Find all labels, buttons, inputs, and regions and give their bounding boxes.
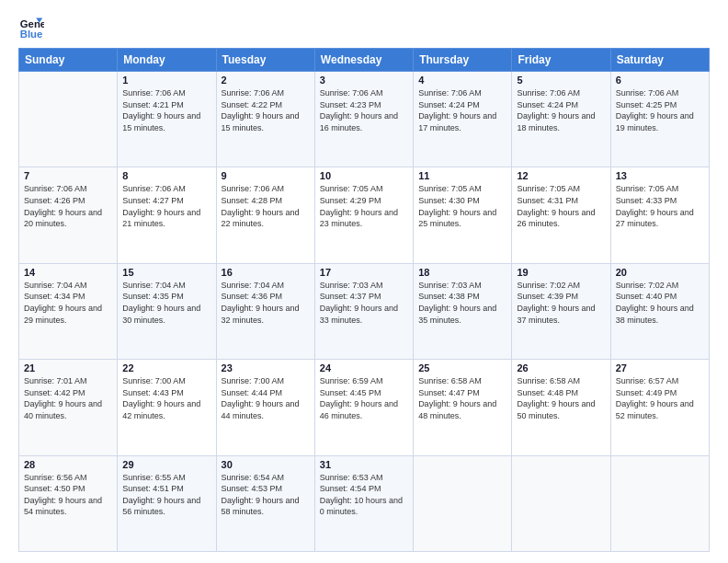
day-number: 3	[320, 75, 408, 86]
calendar-cell: 20Sunrise: 7:02 AMSunset: 4:40 PMDayligh…	[610, 263, 709, 359]
day-info: Sunrise: 7:06 AMSunset: 4:21 PMDaylight:…	[122, 87, 210, 133]
day-number: 20	[616, 267, 704, 278]
day-number: 30	[222, 459, 310, 470]
day-number: 25	[418, 362, 506, 373]
day-number: 10	[320, 170, 408, 181]
day-info: Sunrise: 7:00 AMSunset: 4:44 PMDaylight:…	[222, 375, 310, 421]
day-number: 1	[122, 75, 210, 86]
calendar-cell	[512, 455, 610, 551]
day-info: Sunrise: 7:06 AMSunset: 4:22 PMDaylight:…	[222, 87, 310, 133]
calendar-cell: 5Sunrise: 7:06 AMSunset: 4:24 PMDaylight…	[512, 72, 610, 167]
day-number: 17	[320, 267, 408, 278]
calendar-table: SundayMondayTuesdayWednesdayThursdayFrid…	[18, 48, 710, 552]
week-row-4: 21Sunrise: 7:01 AMSunset: 4:42 PMDayligh…	[19, 360, 710, 455]
week-row-3: 14Sunrise: 7:04 AMSunset: 4:34 PMDayligh…	[19, 263, 710, 359]
day-info: Sunrise: 7:05 AMSunset: 4:29 PMDaylight:…	[320, 183, 408, 229]
calendar-cell: 4Sunrise: 7:06 AMSunset: 4:24 PMDaylight…	[414, 72, 512, 167]
day-number: 28	[24, 459, 112, 470]
calendar-cell: 8Sunrise: 7:06 AMSunset: 4:27 PMDaylight…	[118, 167, 216, 263]
day-number: 6	[616, 75, 704, 86]
day-number: 11	[418, 170, 506, 181]
day-info: Sunrise: 7:01 AMSunset: 4:42 PMDaylight:…	[24, 375, 112, 421]
calendar-cell: 25Sunrise: 6:58 AMSunset: 4:47 PMDayligh…	[414, 360, 512, 455]
day-number: 24	[320, 362, 408, 373]
day-number: 23	[222, 362, 310, 373]
day-info: Sunrise: 7:03 AMSunset: 4:38 PMDaylight:…	[418, 280, 506, 326]
logo-icon: General Blue	[18, 15, 44, 40]
day-info: Sunrise: 6:53 AMSunset: 4:54 PMDaylight:…	[320, 472, 408, 518]
day-number: 5	[517, 75, 605, 86]
day-number: 31	[320, 459, 408, 470]
calendar-cell: 6Sunrise: 7:06 AMSunset: 4:25 PMDaylight…	[610, 72, 709, 167]
calendar-cell: 17Sunrise: 7:03 AMSunset: 4:37 PMDayligh…	[314, 263, 413, 359]
day-info: Sunrise: 7:04 AMSunset: 4:36 PMDaylight:…	[222, 280, 310, 326]
day-info: Sunrise: 7:04 AMSunset: 4:34 PMDaylight:…	[24, 280, 112, 326]
day-number: 19	[517, 267, 605, 278]
day-info: Sunrise: 6:57 AMSunset: 4:49 PMDaylight:…	[616, 375, 704, 421]
day-info: Sunrise: 6:56 AMSunset: 4:50 PMDaylight:…	[24, 472, 112, 518]
day-number: 4	[418, 75, 506, 86]
calendar-cell: 23Sunrise: 7:00 AMSunset: 4:44 PMDayligh…	[216, 360, 314, 455]
day-number: 8	[122, 170, 210, 181]
day-info: Sunrise: 7:06 AMSunset: 4:25 PMDaylight:…	[616, 87, 704, 133]
day-info: Sunrise: 7:06 AMSunset: 4:24 PMDaylight:…	[418, 87, 506, 133]
weekday-header-friday: Friday	[512, 49, 610, 72]
calendar-cell: 2Sunrise: 7:06 AMSunset: 4:22 PMDaylight…	[216, 72, 314, 167]
day-number: 22	[122, 362, 210, 373]
day-number: 9	[222, 170, 310, 181]
svg-text:Blue: Blue	[20, 29, 43, 40]
day-info: Sunrise: 7:05 AMSunset: 4:30 PMDaylight:…	[418, 183, 506, 229]
week-row-1: 1Sunrise: 7:06 AMSunset: 4:21 PMDaylight…	[19, 72, 710, 167]
calendar-cell: 9Sunrise: 7:06 AMSunset: 4:28 PMDaylight…	[216, 167, 314, 263]
day-info: Sunrise: 6:55 AMSunset: 4:51 PMDaylight:…	[122, 472, 210, 518]
calendar-cell	[414, 455, 512, 551]
day-info: Sunrise: 7:05 AMSunset: 4:31 PMDaylight:…	[517, 183, 605, 229]
day-info: Sunrise: 7:02 AMSunset: 4:39 PMDaylight:…	[517, 280, 605, 326]
day-number: 27	[616, 362, 704, 373]
day-number: 13	[616, 170, 704, 181]
calendar-cell	[19, 72, 118, 167]
calendar-cell: 24Sunrise: 6:59 AMSunset: 4:45 PMDayligh…	[314, 360, 413, 455]
calendar-page: General Blue SundayMondayTuesdayWednesda…	[0, 0, 728, 563]
weekday-header-sunday: Sunday	[19, 49, 118, 72]
day-info: Sunrise: 7:06 AMSunset: 4:27 PMDaylight:…	[122, 183, 210, 229]
calendar-cell: 3Sunrise: 7:06 AMSunset: 4:23 PMDaylight…	[314, 72, 413, 167]
day-info: Sunrise: 7:04 AMSunset: 4:35 PMDaylight:…	[122, 280, 210, 326]
calendar-cell: 1Sunrise: 7:06 AMSunset: 4:21 PMDaylight…	[118, 72, 216, 167]
calendar-cell: 21Sunrise: 7:01 AMSunset: 4:42 PMDayligh…	[19, 360, 118, 455]
calendar-cell: 14Sunrise: 7:04 AMSunset: 4:34 PMDayligh…	[19, 263, 118, 359]
calendar-cell: 30Sunrise: 6:54 AMSunset: 4:53 PMDayligh…	[216, 455, 314, 551]
logo: General Blue	[18, 15, 48, 40]
day-info: Sunrise: 6:58 AMSunset: 4:47 PMDaylight:…	[418, 375, 506, 421]
calendar-cell: 19Sunrise: 7:02 AMSunset: 4:39 PMDayligh…	[512, 263, 610, 359]
day-info: Sunrise: 7:06 AMSunset: 4:28 PMDaylight:…	[222, 183, 310, 229]
day-number: 16	[222, 267, 310, 278]
calendar-cell: 28Sunrise: 6:56 AMSunset: 4:50 PMDayligh…	[19, 455, 118, 551]
day-info: Sunrise: 7:05 AMSunset: 4:33 PMDaylight:…	[616, 183, 704, 229]
day-info: Sunrise: 7:06 AMSunset: 4:24 PMDaylight:…	[517, 87, 605, 133]
calendar-cell: 18Sunrise: 7:03 AMSunset: 4:38 PMDayligh…	[414, 263, 512, 359]
calendar-cell: 7Sunrise: 7:06 AMSunset: 4:26 PMDaylight…	[19, 167, 118, 263]
calendar-cell: 10Sunrise: 7:05 AMSunset: 4:29 PMDayligh…	[314, 167, 413, 263]
weekday-header-row: SundayMondayTuesdayWednesdayThursdayFrid…	[19, 49, 710, 72]
day-info: Sunrise: 7:03 AMSunset: 4:37 PMDaylight:…	[320, 280, 408, 326]
day-number: 26	[517, 362, 605, 373]
day-info: Sunrise: 7:06 AMSunset: 4:23 PMDaylight:…	[320, 87, 408, 133]
day-info: Sunrise: 6:58 AMSunset: 4:48 PMDaylight:…	[517, 375, 605, 421]
day-number: 29	[122, 459, 210, 470]
calendar-cell	[610, 455, 709, 551]
day-number: 21	[24, 362, 112, 373]
calendar-cell: 12Sunrise: 7:05 AMSunset: 4:31 PMDayligh…	[512, 167, 610, 263]
calendar-cell: 11Sunrise: 7:05 AMSunset: 4:30 PMDayligh…	[414, 167, 512, 263]
day-number: 2	[222, 75, 310, 86]
week-row-2: 7Sunrise: 7:06 AMSunset: 4:26 PMDaylight…	[19, 167, 710, 263]
day-info: Sunrise: 6:54 AMSunset: 4:53 PMDaylight:…	[222, 472, 310, 518]
calendar-cell: 26Sunrise: 6:58 AMSunset: 4:48 PMDayligh…	[512, 360, 610, 455]
day-number: 14	[24, 267, 112, 278]
weekday-header-saturday: Saturday	[610, 49, 709, 72]
week-row-5: 28Sunrise: 6:56 AMSunset: 4:50 PMDayligh…	[19, 455, 710, 551]
day-info: Sunrise: 7:00 AMSunset: 4:43 PMDaylight:…	[122, 375, 210, 421]
day-number: 18	[418, 267, 506, 278]
calendar-cell: 27Sunrise: 6:57 AMSunset: 4:49 PMDayligh…	[610, 360, 709, 455]
weekday-header-thursday: Thursday	[414, 49, 512, 72]
